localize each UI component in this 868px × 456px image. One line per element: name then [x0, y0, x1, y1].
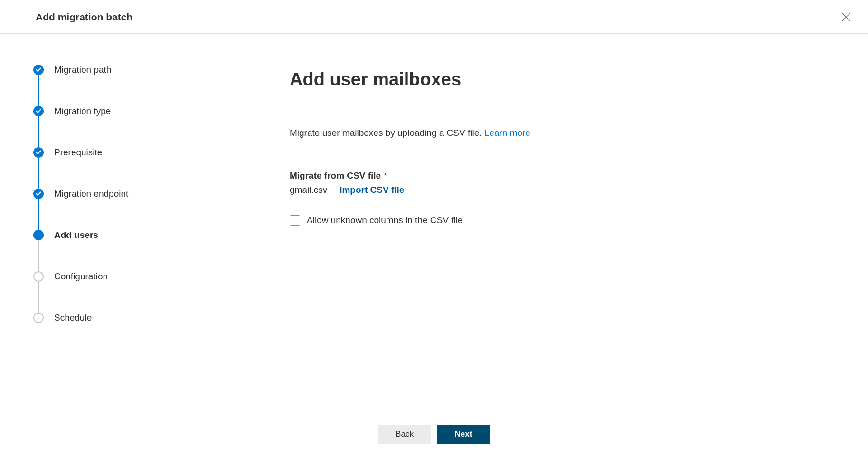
checkmark-icon	[36, 191, 41, 197]
step-label: Prerequisite	[54, 147, 102, 158]
wizard-steps-sidebar: Migration path Migration type Prerequisi…	[0, 34, 254, 414]
step-status-icon	[33, 313, 44, 323]
step-status-icon	[33, 65, 44, 75]
content-area: Add user mailboxes Migrate user mailboxe…	[254, 34, 868, 414]
step-label: Configuration	[54, 271, 108, 282]
step-configuration: Configuration	[33, 271, 254, 313]
checkmark-icon	[36, 108, 41, 114]
step-status-icon	[33, 147, 44, 158]
allow-unknown-columns-row: Allow unknown columns in the CSV file	[290, 215, 868, 226]
close-icon	[842, 13, 850, 21]
step-prerequisite[interactable]: Prerequisite	[33, 147, 254, 189]
learn-more-link[interactable]: Learn more	[484, 128, 530, 138]
step-connector	[38, 282, 39, 313]
steps-list: Migration path Migration type Prerequisi…	[33, 65, 254, 323]
panel-title: Add migration batch	[36, 11, 132, 23]
close-button[interactable]	[839, 10, 854, 25]
page-title: Add user mailboxes	[290, 69, 868, 90]
step-connector	[38, 199, 39, 230]
next-button[interactable]: Next	[437, 425, 490, 444]
page-description: Migrate user mailboxes by uploading a CS…	[290, 128, 868, 138]
csv-field-label: Migrate from CSV file	[290, 171, 381, 180]
step-connector	[38, 116, 39, 147]
step-label: Add users	[54, 230, 98, 240]
import-csv-button[interactable]: Import CSV file	[340, 185, 404, 195]
step-migration-path[interactable]: Migration path	[33, 65, 254, 106]
checkmark-icon	[36, 150, 41, 155]
main-container: Migration path Migration type Prerequisi…	[0, 34, 868, 414]
step-migration-endpoint[interactable]: Migration endpoint	[33, 189, 254, 230]
step-status-icon	[33, 189, 44, 199]
step-schedule: Schedule	[33, 313, 254, 323]
step-status-icon	[33, 106, 44, 116]
step-migration-type[interactable]: Migration type	[33, 106, 254, 147]
step-status-icon	[33, 271, 44, 282]
step-connector	[38, 158, 39, 189]
wizard-footer: Back Next	[0, 412, 868, 456]
step-label: Schedule	[54, 313, 92, 323]
step-connector	[38, 240, 39, 271]
description-text: Migrate user mailboxes by uploading a CS…	[290, 128, 484, 138]
back-button[interactable]: Back	[378, 425, 431, 444]
allow-unknown-columns-checkbox[interactable]	[290, 215, 300, 226]
csv-field-section: Migrate from CSV file * gmail.csv Import…	[290, 171, 868, 226]
panel-header: Add migration batch	[0, 0, 868, 34]
file-row: gmail.csv Import CSV file	[290, 185, 868, 195]
step-add-users[interactable]: Add users	[33, 230, 254, 271]
allow-unknown-columns-label: Allow unknown columns in the CSV file	[307, 215, 462, 226]
step-connector	[38, 75, 39, 106]
step-label: Migration path	[54, 65, 111, 75]
csv-field-label-row: Migrate from CSV file *	[290, 171, 868, 181]
checkmark-icon	[36, 67, 41, 73]
step-status-icon	[33, 230, 44, 240]
selected-filename: gmail.csv	[290, 185, 327, 195]
required-asterisk: *	[382, 172, 387, 180]
step-label: Migration endpoint	[54, 189, 128, 199]
step-label: Migration type	[54, 106, 111, 116]
